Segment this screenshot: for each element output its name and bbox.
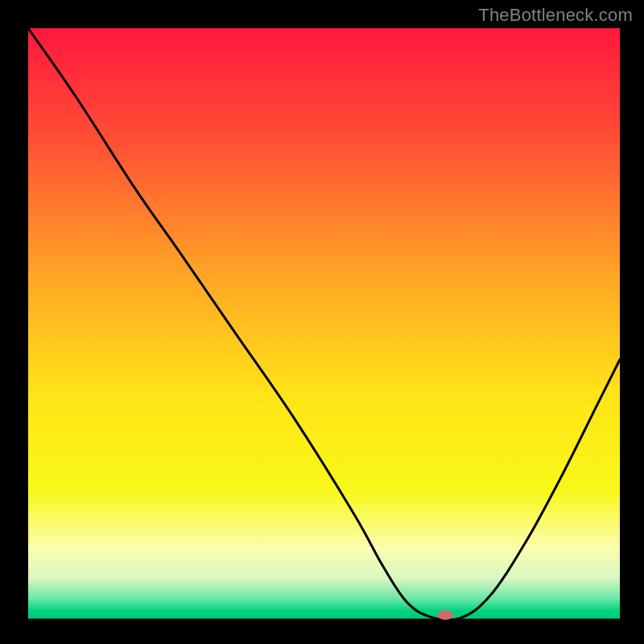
chart-container: TheBottleneck.com bbox=[0, 0, 644, 644]
optimal-marker bbox=[437, 610, 453, 620]
bottleneck-chart bbox=[0, 0, 644, 644]
watermark-label: TheBottleneck.com bbox=[478, 5, 633, 26]
